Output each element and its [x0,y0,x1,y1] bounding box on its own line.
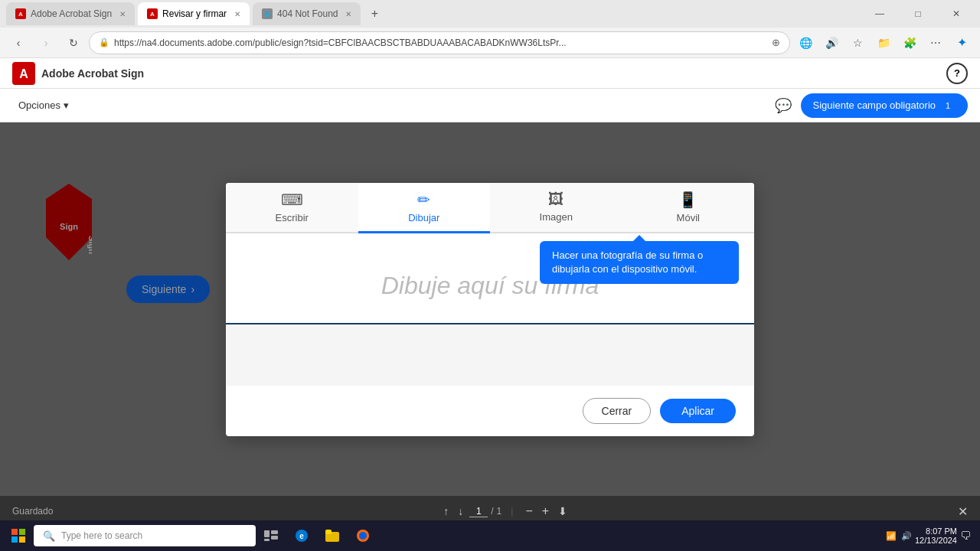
tab-notfound-close[interactable]: ✕ [345,10,351,18]
refresh-button[interactable]: ↻ [61,31,86,55]
zoom-in-button[interactable]: + [539,501,552,521]
edge-icon[interactable]: e [286,520,317,551]
time-date: 8:07 PM 12/13/2024 [915,527,957,545]
svg-text:A: A [150,11,155,18]
firefox-icon[interactable] [348,520,378,551]
tab-revisar-close[interactable]: ✕ [234,10,240,18]
svg-point-24 [359,532,367,540]
svg-rect-18 [264,539,270,541]
minimize-button[interactable]: — [862,0,897,28]
favorites-btn[interactable]: ☆ [845,31,870,55]
back-button[interactable]: ‹ [6,31,31,55]
tab-escribir[interactable]: ⌨ Escribir [226,183,358,233]
app-logo: A Adobe Acrobat Sign [12,62,144,85]
app-main: Sign Sign Siguiente › ⌨ Escribir [0,122,980,527]
app-toolbar: Opciones ▾ 💬 Siguiente campo obligatorio… [0,89,980,122]
nav-controls: ↑ ↓ 1 / 1 | − + ⬇ [440,501,570,521]
download-button[interactable]: ⬇ [555,502,570,520]
tab-dibujar-label: Dibujar [408,212,439,223]
tab-movil-label: Móvil [677,212,700,223]
guardado-label: Guardado [12,506,53,517]
extensions-btn[interactable]: 🧩 [897,31,922,55]
imagen-icon: 🖼 [548,191,564,208]
forward-button[interactable]: › [34,31,58,55]
maximize-button[interactable]: □ [900,0,936,28]
movil-icon: 📱 [678,191,697,209]
translate-btn[interactable]: 🌐 [793,31,818,55]
tab-imagen[interactable]: 🖼 Imagen [490,183,622,233]
close-browser-button[interactable]: ✕ [939,0,974,28]
copilot-btn[interactable]: ✦ [949,31,974,55]
taskview-svg [264,530,278,541]
app-header: A Adobe Acrobat Sign ? [0,58,980,89]
cerrar-button[interactable]: Cerrar [583,398,652,424]
help-button[interactable]: ? [946,63,968,84]
fileexplorer-svg [325,530,339,542]
svg-rect-16 [271,530,278,534]
taskbar-app-icons: e [256,520,378,551]
url-bar[interactable]: 🔒 https://na4.documents.adobe.com/public… [89,31,790,54]
edge-svg: e [295,529,309,543]
tab-acrobat-label: Adobe Acrobat Sign [31,8,112,19]
modal-body: Hacer una fotografía de su firma o dibuj… [226,233,754,386]
siguiente-campo-button[interactable]: Siguiente campo obligatorio 1 [801,93,968,118]
modal-footer: Cerrar Aplicar [226,386,754,436]
svg-text:🌐: 🌐 [264,11,271,18]
taskbar: 🔍 Type here to search e [0,520,980,551]
address-actions: 🌐 🔊 ☆ 📁 🧩 ⋯ ✦ [793,31,974,55]
comment-icon: 💬 [775,97,792,114]
acrobat-favicon: A [15,8,26,19]
close-bar-button[interactable]: ✕ [958,504,968,519]
app-content: A Adobe Acrobat Sign ? Opciones ▾ 💬 Sigu… [0,58,980,551]
settings-btn[interactable]: ⋯ [923,31,948,55]
opciones-button[interactable]: Opciones ▾ [12,96,75,114]
page-input[interactable]: 1 [469,506,488,517]
collections-btn[interactable]: 📁 [871,31,896,55]
lock-icon: 🔒 [99,37,109,47]
tab-acrobat[interactable]: A Adobe Acrobat Sign ✕ [6,2,135,25]
url-text: https://na4.documents.adobe.com/public/e… [114,37,767,48]
tab-movil[interactable]: 📱 Móvil [622,183,755,233]
start-button[interactable] [3,520,34,551]
new-tab-button[interactable]: + [364,3,385,24]
time-display: 8:07 PM [926,527,957,536]
search-bar-placeholder: Type here to search [61,530,142,541]
tab-notfound[interactable]: 🌐 404 Not Found ✕ [253,2,361,25]
tab-revisar[interactable]: A Revisar y firmar ✕ [138,2,250,25]
zoom-out-button[interactable]: − [522,501,535,521]
search-bar-icon: 🔍 [43,530,55,542]
svg-rect-12 [19,529,25,535]
tab-imagen-label: Imagen [540,211,573,223]
opciones-chevron: ▾ [64,99,69,111]
windows-icon [11,529,25,543]
firefox-svg [356,529,370,543]
svg-rect-22 [325,530,332,534]
svg-rect-17 [271,536,278,540]
draw-area[interactable] [226,324,754,386]
header-right: ? [946,63,968,84]
read-aloud-btn[interactable]: 🔊 [819,31,844,55]
escribir-icon: ⌨ [281,191,303,209]
fileexplorer-icon[interactable] [317,520,348,551]
prev-page-button[interactable]: ↑ [440,502,452,520]
tab-notfound-label: 404 Not Found [277,8,338,19]
document-container: Sign Sign Siguiente › ⌨ Escribir [0,122,980,496]
tooltip-text: Hacer una fotografía de su firma o dibuj… [552,249,703,275]
taskbar-right: 📶 🔊 8:07 PM 12/13/2024 🗨 [880,527,977,545]
next-page-button[interactable]: ↓ [455,502,466,520]
page-total: 1 [497,506,502,517]
campo-badge: 1 [940,98,956,113]
notification-icon[interactable]: 🗨 [960,530,971,542]
modal-tabs: ⌨ Escribir ✏ Dibujar 🖼 Imagen 📱 [226,183,754,233]
tab-dibujar[interactable]: ✏ Dibujar [358,183,491,233]
network-icon: 📶 [886,531,897,541]
svg-text:A: A [18,11,23,18]
tab-bar-actions: — □ ✕ [862,0,974,28]
search-bar[interactable]: 🔍 Type here to search [34,525,256,546]
opciones-label: Opciones [18,99,60,111]
taskview-icon[interactable] [256,520,286,551]
page-separator: / [491,506,493,517]
date-display: 12/13/2024 [915,536,957,545]
tab-acrobat-close[interactable]: ✕ [119,10,126,18]
aplicar-button[interactable]: Aplicar [660,399,736,423]
